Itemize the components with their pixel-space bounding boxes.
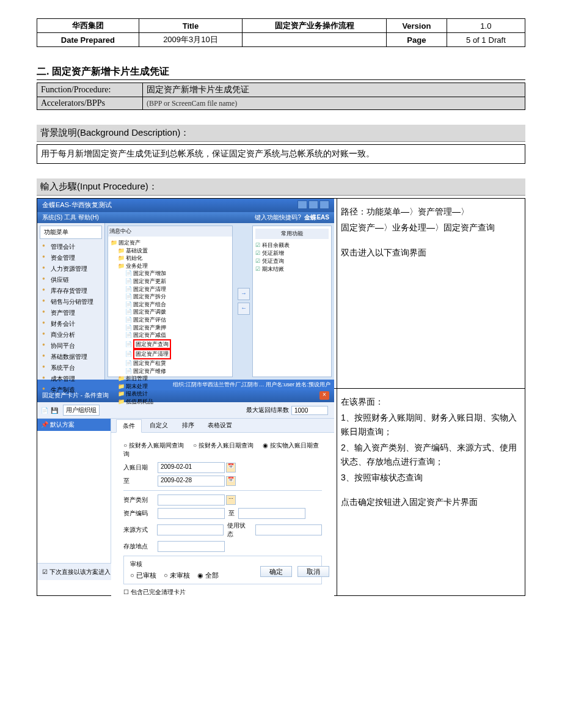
- source-input[interactable]: [157, 524, 224, 535]
- asset-cat-input[interactable]: [158, 495, 225, 506]
- tree-item-highlighted[interactable]: 固定资产查询: [125, 339, 230, 350]
- org-group-dropdown[interactable]: 用户组织组: [63, 405, 100, 416]
- tree-item[interactable]: 固定资产减值: [125, 331, 230, 339]
- query-form: ○ 按财务入账期间查询 ○ 按财务入账日期查询 ◉ 按实物入账日期查询 入账日期…: [111, 433, 334, 605]
- new-icon[interactable]: 📄: [41, 407, 48, 414]
- asset-cat-label: 资产类别: [123, 496, 158, 504]
- tree-folder[interactable]: 低值易耗品: [118, 398, 230, 406]
- empty-cell: [243, 33, 387, 47]
- sidebar-item[interactable]: 供应链: [40, 274, 102, 285]
- tree-item[interactable]: 固定资产租赁: [125, 359, 230, 367]
- input-procedure-heading: 輸入步驟(Input Procedure)：: [37, 178, 525, 196]
- tree-item[interactable]: 固定资产调拨: [125, 308, 230, 316]
- radio-all[interactable]: ◉ 全部: [197, 572, 219, 579]
- tree-folder[interactable]: 基础设置: [118, 247, 230, 255]
- doc-header-table: 华西集团 Title 固定资产业务操作流程 Version 1.0 Date P…: [37, 18, 525, 47]
- sidebar-item[interactable]: 协同平台: [40, 340, 102, 351]
- source-label: 来源方式: [123, 526, 157, 534]
- close-icon[interactable]: ×: [319, 391, 329, 400]
- sidebar-item[interactable]: 商业分析: [40, 329, 102, 340]
- page-label: Page: [386, 33, 447, 47]
- date-prepared-label: Date Prepared: [37, 33, 139, 47]
- tab-custom[interactable]: 自定义: [144, 419, 174, 432]
- sidebar-item[interactable]: 生产制造: [40, 384, 102, 395]
- sidebar-item[interactable]: 成本管理: [40, 373, 102, 384]
- radio-fin-date[interactable]: ○ 按财务入账日期查询: [193, 442, 254, 449]
- window-buttons[interactable]: [296, 200, 329, 210]
- background-text: 用于每月新增固定资产生成凭证到总帐系统，保证固定资产系统与总帐系统的对账一致。: [37, 144, 525, 164]
- msg-center-tab[interactable]: 消息中心: [108, 226, 232, 237]
- screenshot-query-dialog: 固定资产卡片 - 条件查询 × 📄 💾 用户组织组 最大返回结果数 1000 📌…: [37, 389, 334, 595]
- max-results-input[interactable]: 1000: [291, 406, 328, 415]
- sidebar: 功能菜单 管理会计 资金管理 人力资源管理 供应链 库存存货管理 销售与分销管理…: [37, 223, 105, 380]
- sidebar-item[interactable]: 销售与分销管理: [40, 296, 102, 307]
- tree-folder[interactable]: 初始化: [118, 254, 230, 262]
- section-title: 二. 固定资产新增卡片生成凭证: [37, 65, 525, 80]
- calendar-icon[interactable]: 📅: [226, 463, 236, 472]
- cancel-button[interactable]: 取消: [297, 566, 329, 577]
- sidebar-item[interactable]: 资金管理: [40, 252, 102, 263]
- sidebar-item[interactable]: 系统平台: [40, 362, 102, 373]
- use-status-input[interactable]: [255, 524, 322, 535]
- tree-item[interactable]: 固定资产清理: [125, 285, 230, 293]
- date-prepared-value: 2009年3月10日: [139, 33, 242, 47]
- date-to-input[interactable]: 2009-02-28: [158, 476, 225, 487]
- tab-condition[interactable]: 条件: [116, 419, 142, 433]
- next-time-checkbox[interactable]: ☑ 下次直接以该方案进入: [42, 568, 111, 576]
- fav-item[interactable]: 凭证查询: [255, 257, 329, 265]
- title-label: Title: [139, 19, 242, 33]
- tree-item[interactable]: 固定资产更新: [125, 278, 230, 285]
- asset-code-to[interactable]: [238, 508, 305, 519]
- radio-unaudited[interactable]: ○ 未审核: [164, 572, 190, 579]
- calendar-icon[interactable]: 📅: [226, 476, 236, 486]
- asset-code-from[interactable]: [158, 508, 225, 519]
- window-title: 金蝶EAS-华西恢复测试: [42, 200, 112, 210]
- sidebar-item[interactable]: 资产管理: [40, 307, 102, 318]
- tree-folder[interactable]: 报表统计: [118, 390, 230, 398]
- tree-folder[interactable]: 期末处理: [118, 383, 230, 391]
- radio-period[interactable]: ○ 按财务入账期间查询: [123, 442, 184, 449]
- menu-bar[interactable]: 系统(S) 工具 帮助(H) 键入功能快捷码? 金蝶EAS: [37, 212, 334, 223]
- function-value: 固定资产新增卡片生成凭证: [143, 83, 525, 97]
- fav-item[interactable]: 凭证新增: [255, 249, 329, 257]
- date-from-input[interactable]: 2009-02-01: [158, 462, 225, 473]
- procedure-table: 金蝶EAS-华西恢复测试 系统(S) 工具 帮助(H) 键入功能快捷码? 金蝶E…: [37, 198, 525, 596]
- sidebar-item[interactable]: 管理会计: [40, 241, 102, 252]
- arrow-right-icon[interactable]: →: [238, 288, 250, 300]
- tree-item[interactable]: 固定资产乘押: [125, 324, 230, 332]
- tab-table[interactable]: 表格设置: [202, 419, 238, 432]
- sidebar-item[interactable]: 人力资源管理: [40, 263, 102, 274]
- fav-item[interactable]: 期末结账: [255, 265, 329, 273]
- function-label: Function/Procedure:: [37, 83, 143, 97]
- tree-item[interactable]: 固定资产组合: [125, 301, 230, 309]
- fav-item[interactable]: 科目余额表: [255, 241, 329, 249]
- lookup-icon[interactable]: ⋯: [226, 495, 236, 505]
- sidebar-item[interactable]: 财务会计: [40, 318, 102, 329]
- tree-item[interactable]: 固定资产增加: [125, 270, 230, 278]
- scheme-bar[interactable]: 📌 默认方案: [37, 419, 111, 431]
- tree-item[interactable]: 固定资产评估: [125, 316, 230, 324]
- step2-description: 在该界面： 1、按照财务入账期间、财务入账日期、实物入账日期查询； 2、输入资产…: [337, 389, 525, 596]
- query-mode-radios: ○ 按财务入账期间查询 ○ 按财务入账日期查询 ◉ 按实物入账日期查询: [123, 441, 322, 458]
- sidebar-item[interactable]: 库存存货管理: [40, 285, 102, 296]
- tree-item[interactable]: 固定资产维修: [125, 367, 230, 375]
- favorites-header: 常用功能: [255, 229, 329, 239]
- version-value: 1.0: [447, 19, 525, 33]
- arrow-left-icon[interactable]: ←: [238, 303, 250, 315]
- screenshot-eas-menu: 金蝶EAS-华西恢复测试 系统(S) 工具 帮助(H) 键入功能快捷码? 金蝶E…: [37, 199, 334, 388]
- page-value: 5 of 1Draft: [447, 33, 525, 47]
- tree-panel: 消息中心 固定资产 基础设置 初始化 业务处理 固定资产增加 固定资产更新 固定…: [108, 226, 233, 377]
- tree-root[interactable]: 固定资产: [111, 239, 230, 247]
- tab-sort[interactable]: 排序: [176, 419, 200, 432]
- save-icon[interactable]: 💾: [51, 407, 58, 414]
- ok-button[interactable]: 确定: [260, 566, 292, 577]
- tree-item[interactable]: 固定资产拆分: [125, 293, 230, 301]
- radio-audited[interactable]: ○ 已审核: [130, 572, 156, 579]
- tree-folder[interactable]: 业务处理: [118, 262, 230, 270]
- tree-folder[interactable]: 折旧管理: [118, 375, 230, 383]
- include-cleared-checkbox[interactable]: ☐ 包含已完全清理卡片: [123, 588, 322, 597]
- location-input[interactable]: [158, 541, 225, 552]
- tree-item-highlighted[interactable]: 固定资产清理: [125, 349, 230, 359]
- sidebar-tab-function[interactable]: 功能菜单: [40, 226, 102, 239]
- sidebar-item[interactable]: 基础数据管理: [40, 351, 102, 362]
